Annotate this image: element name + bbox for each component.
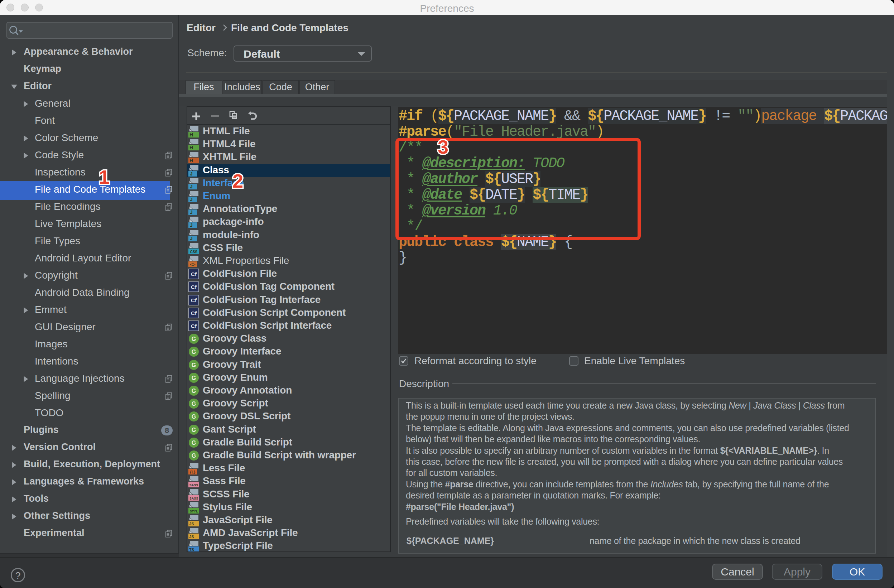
svg-text:G: G: [192, 362, 196, 368]
svg-text:TS: TS: [189, 547, 194, 552]
svg-text:G: G: [192, 401, 196, 407]
svg-text:1: 1: [99, 166, 110, 188]
svg-text:{L}: {L}: [190, 470, 196, 474]
svg-text:3: 3: [438, 136, 449, 158]
svg-text:G: G: [192, 414, 196, 420]
svg-text:2: 2: [233, 170, 243, 191]
svg-text:G: G: [192, 349, 196, 355]
svg-text:H: H: [189, 145, 193, 151]
svg-text:J: J: [190, 170, 193, 176]
svg-text:Cf: Cf: [191, 297, 197, 303]
svg-text:H: H: [189, 132, 193, 137]
svg-text:J: J: [190, 197, 193, 202]
svg-text:<>: <>: [190, 262, 196, 267]
svg-text:Cf: Cf: [191, 271, 197, 277]
svg-text:Cf: Cf: [191, 323, 197, 329]
svg-text:JS: JS: [189, 522, 194, 526]
svg-text:G: G: [192, 452, 196, 459]
svg-text:G: G: [192, 427, 196, 433]
svg-text:SASS: SASS: [189, 496, 198, 500]
svg-text:J: J: [190, 235, 193, 241]
svg-text:Cf: Cf: [191, 310, 197, 316]
svg-text:J: J: [190, 183, 193, 189]
svg-text:G: G: [192, 388, 196, 394]
svg-text:JS: JS: [189, 535, 194, 539]
svg-text:G: G: [192, 375, 196, 381]
svg-text:J: J: [190, 222, 193, 228]
svg-text:CSS: CSS: [190, 250, 198, 253]
svg-text:H: H: [189, 158, 193, 163]
svg-text:G: G: [192, 440, 196, 446]
svg-text:J: J: [190, 210, 193, 215]
svg-text:G: G: [192, 336, 196, 342]
svg-text:Cf: Cf: [191, 284, 197, 290]
svg-text:SASS: SASS: [189, 484, 198, 487]
svg-text:STYL: STYL: [189, 509, 198, 513]
